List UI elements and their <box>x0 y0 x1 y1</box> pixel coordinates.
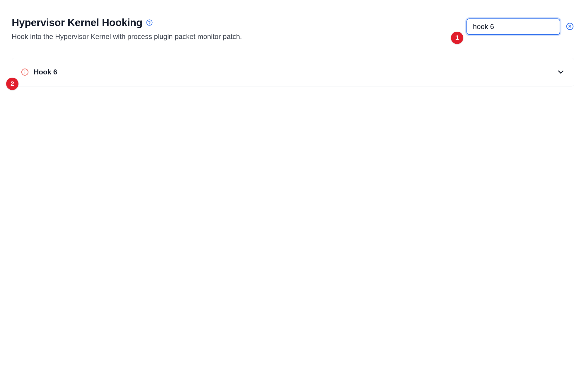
svg-point-6 <box>25 70 25 71</box>
svg-point-0 <box>147 20 152 25</box>
page-title: Hypervisor Kernel Hooking <box>12 17 142 28</box>
hook-list: Hook 6 <box>12 58 574 86</box>
page-header-row: Hypervisor Kernel Hooking Hook into the … <box>12 17 574 41</box>
title-block: Hypervisor Kernel Hooking Hook into the … <box>12 17 459 41</box>
page-container: Hypervisor Kernel Hooking Hook into the … <box>0 0 586 86</box>
hook-item-left: Hook 6 <box>21 68 57 76</box>
help-icon[interactable] <box>146 19 153 26</box>
hook-list-item[interactable]: Hook 6 <box>12 58 574 86</box>
page-subtitle: Hook into the Hypervisor Kernel with pro… <box>12 33 459 41</box>
close-circle-icon <box>566 22 574 31</box>
search-input[interactable] <box>466 18 560 35</box>
annotation-badge-2: 2 <box>6 78 18 90</box>
search-row <box>466 18 574 35</box>
svg-point-1 <box>149 24 150 24</box>
annotation-badge-1: 1 <box>451 32 463 44</box>
chevron-down-icon <box>556 68 565 76</box>
clear-search-button[interactable] <box>565 22 574 31</box>
hook-item-label: Hook 6 <box>34 68 57 76</box>
info-icon <box>21 68 29 76</box>
title-line: Hypervisor Kernel Hooking <box>12 17 459 28</box>
